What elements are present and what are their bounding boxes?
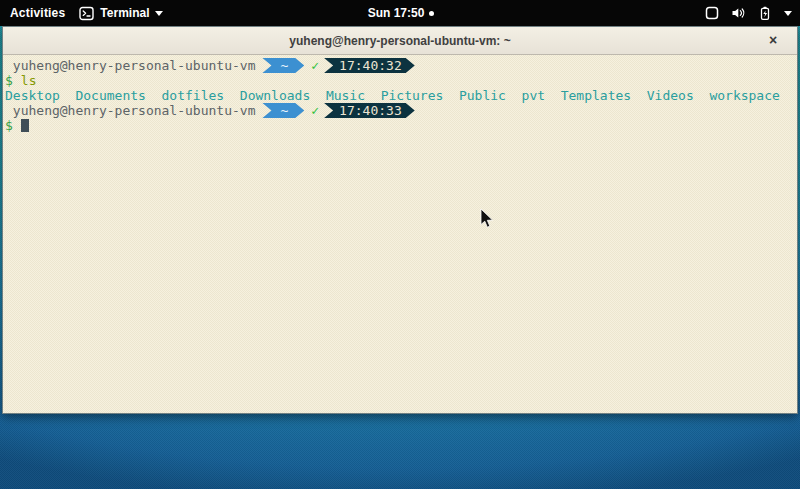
check-icon: ✓: [311, 58, 319, 73]
app-menu[interactable]: Terminal: [79, 6, 163, 21]
prompt-symbol: $: [5, 73, 13, 88]
window-title: yuheng@henry-personal-ubuntu-vm: ~: [289, 34, 510, 48]
terminal-window: yuheng@henry-personal-ubuntu-vm: ~ × yuh…: [2, 26, 798, 414]
prompt-host: yuheng@henry-personal-ubuntu-vm: [5, 58, 255, 73]
prompt-line: yuheng@henry-personal-ubuntu-vm ~ ✓ 17:4…: [5, 58, 797, 73]
clock-menu[interactable]: Sun 17:50: [368, 6, 435, 20]
system-tray-menu[interactable]: [705, 6, 792, 21]
prompt-symbol: $: [5, 118, 13, 133]
close-button[interactable]: ×: [765, 33, 781, 49]
prompt-host: yuheng@henry-personal-ubuntu-vm: [5, 103, 255, 118]
check-icon: ✓: [311, 103, 319, 118]
volume-icon: [731, 6, 746, 20]
prompt-path-segment: ~: [262, 58, 304, 73]
battery-charging-icon: [758, 6, 772, 21]
command-line: $ ls: [5, 73, 797, 88]
app-menu-label: Terminal: [100, 6, 149, 20]
top-bar: Activities Terminal Sun 17:50: [0, 0, 800, 26]
prompt-path-segment: ~: [262, 103, 304, 118]
command-text: ls: [21, 73, 37, 88]
prompt-time-segment: 17:40:32: [324, 58, 415, 73]
text-cursor: [21, 119, 29, 132]
screen-icon: [705, 6, 719, 20]
input-line: $: [5, 118, 797, 133]
chevron-down-icon: [784, 11, 792, 16]
window-titlebar[interactable]: yuheng@henry-personal-ubuntu-vm: ~ ×: [3, 27, 797, 55]
prompt-line: yuheng@henry-personal-ubuntu-vm ~ ✓ 17:4…: [5, 103, 797, 118]
prompt-time-segment: 17:40:33: [324, 103, 415, 118]
chevron-down-icon: [155, 11, 163, 16]
terminal-body[interactable]: yuheng@henry-personal-ubuntu-vm ~ ✓ 17:4…: [3, 55, 797, 413]
terminal-icon: [79, 6, 94, 21]
activities-button[interactable]: Activities: [10, 6, 65, 20]
ls-output: Desktop Documents dotfiles Downloads Mus…: [5, 88, 797, 103]
clock-label: Sun 17:50: [368, 6, 425, 20]
